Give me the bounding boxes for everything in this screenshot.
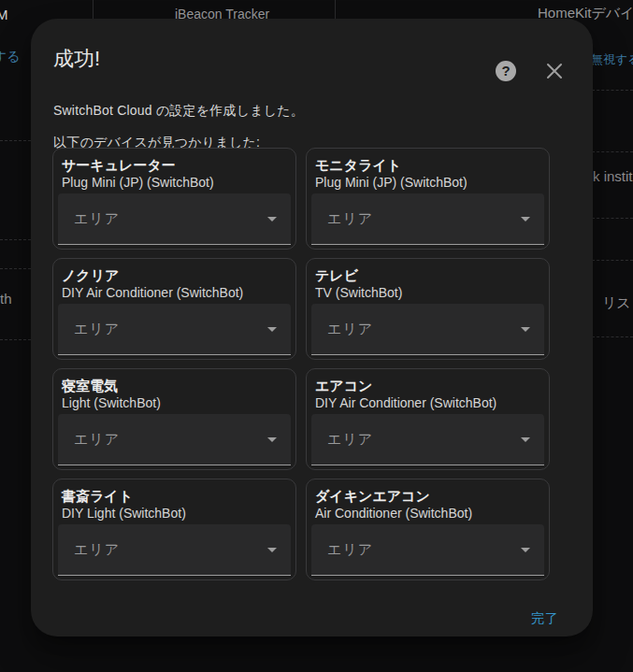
device-name: エアコン xyxy=(314,377,541,394)
device-model: Plug Mini (JP) (SwitchBot) xyxy=(314,174,541,192)
area-select-label: エリア xyxy=(74,541,120,559)
area-select[interactable]: エリア xyxy=(311,304,544,355)
bg-line xyxy=(592,218,633,219)
device-name: サーキュレーター xyxy=(61,156,288,174)
bg-line xyxy=(0,268,31,269)
help-icon[interactable]: ? xyxy=(496,61,516,81)
area-select[interactable]: エリア xyxy=(311,193,544,245)
device-model: DIY Air Conditioner (SwitchBot) xyxy=(61,284,288,302)
device-model: TV (SwitchBot) xyxy=(314,284,541,302)
close-icon[interactable] xyxy=(545,62,564,80)
device-name: ノクリア xyxy=(61,266,288,284)
bg-partial-text-list: リスト xyxy=(602,294,633,312)
device-card: 寝室電気 Light (SwitchBot) エリア xyxy=(52,368,296,470)
device-grid: サーキュレーター Plug Mini (JP) (SwitchBot) エリア … xyxy=(52,148,550,580)
bg-line xyxy=(0,140,31,141)
area-select[interactable]: エリア xyxy=(58,304,291,355)
bg-line xyxy=(592,151,633,152)
message-created: SwitchBot Cloud の設定を作成しました。 xyxy=(53,101,304,120)
area-select-label: エリア xyxy=(74,431,120,449)
bg-partial-text-left: th xyxy=(0,291,12,307)
chevron-down-icon xyxy=(521,217,530,222)
done-button[interactable]: 完了 xyxy=(531,610,559,627)
device-card: サーキュレーター Plug Mini (JP) (SwitchBot) エリア xyxy=(52,148,296,250)
chevron-down-icon xyxy=(521,548,530,552)
chevron-down-icon xyxy=(267,437,277,442)
device-name: モニタライト xyxy=(314,156,541,174)
area-select-label: エリア xyxy=(327,321,373,338)
chevron-down-icon xyxy=(267,217,277,222)
device-card: モニタライト Plug Mini (JP) (SwitchBot) エリア xyxy=(306,148,550,250)
device-card: テレビ TV (SwitchBot) エリア xyxy=(306,258,550,360)
chevron-down-icon xyxy=(521,327,530,332)
area-select[interactable]: エリア xyxy=(311,524,544,576)
success-dialog: 成功! ? SwitchBot Cloud の設定を作成しました。 以下のデバイ… xyxy=(31,19,593,636)
chevron-down-icon xyxy=(521,437,530,442)
area-select-label: エリア xyxy=(327,431,373,449)
bg-line xyxy=(592,336,633,337)
bg-line xyxy=(592,260,633,261)
device-name: テレビ xyxy=(314,266,541,284)
bg-ignore-link-left: する xyxy=(0,49,21,65)
area-select-label: エリア xyxy=(327,210,373,228)
area-select[interactable]: エリア xyxy=(58,193,291,245)
bg-line xyxy=(0,339,31,340)
device-name: ダイキンエアコン xyxy=(314,487,541,505)
device-model: DIY Air Conditioner (SwitchBot) xyxy=(314,394,541,412)
device-card: ダイキンエアコン Air Conditioner (SwitchBot) エリア xyxy=(306,479,550,580)
bg-line xyxy=(592,90,633,91)
dialog-title: 成功! xyxy=(53,47,100,71)
bg-line xyxy=(0,239,31,240)
bg-partial-text-right: k instit xyxy=(593,168,633,184)
device-card: ノクリア DIY Air Conditioner (SwitchBot) エリア xyxy=(52,258,296,360)
device-card: エアコン DIY Air Conditioner (SwitchBot) エリア xyxy=(306,368,550,470)
chevron-down-icon xyxy=(267,548,277,552)
area-select-label: エリア xyxy=(74,321,120,338)
device-model: Plug Mini (JP) (SwitchBot) xyxy=(61,174,288,192)
device-model: DIY Light (SwitchBot) xyxy=(61,505,288,522)
device-name: 寝室電気 xyxy=(61,377,288,394)
device-model: Air Conditioner (SwitchBot) xyxy=(314,505,541,522)
area-select[interactable]: エリア xyxy=(58,414,291,465)
chevron-down-icon xyxy=(267,327,277,332)
area-select[interactable]: エリア xyxy=(311,414,544,465)
device-model: Light (SwitchBot) xyxy=(61,394,288,412)
area-select-label: エリア xyxy=(327,541,373,559)
bg-ignore-link-right: 無視する xyxy=(591,51,633,68)
device-card: 書斎ライト DIY Light (SwitchBot) エリア xyxy=(52,479,296,580)
bg-partial-title: M xyxy=(0,7,8,22)
device-name: 書斎ライト xyxy=(61,487,288,505)
area-select[interactable]: エリア xyxy=(58,524,291,576)
area-select-label: エリア xyxy=(74,210,120,228)
